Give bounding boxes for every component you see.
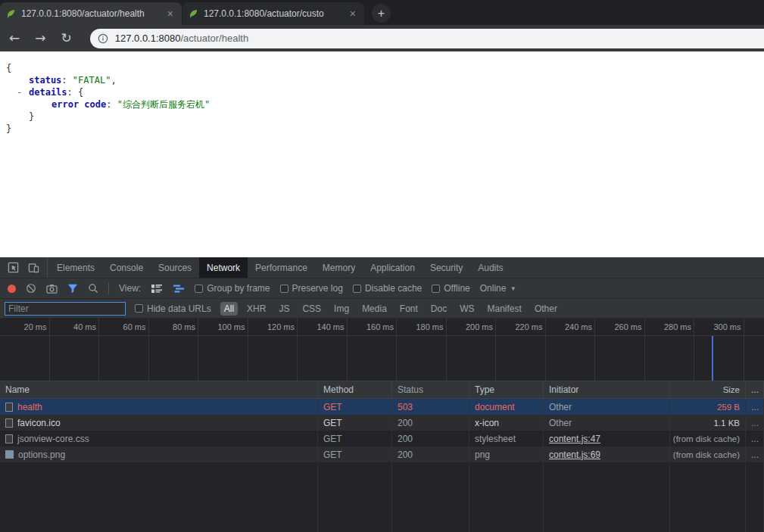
filter-chip-ws[interactable]: WS [456, 302, 478, 316]
hide-data-urls-checkbox[interactable]: Hide data URLs [135, 303, 211, 314]
timeline-label: 40 ms [73, 322, 96, 331]
filler-cell [0, 462, 318, 532]
cell-type: stylesheet [469, 431, 544, 446]
search-icon[interactable] [88, 283, 98, 294]
network-table-filler [0, 462, 764, 532]
checkbox-icon[interactable] [353, 285, 361, 293]
initiator-link[interactable]: content.js:69 [549, 450, 600, 460]
timeline-segment: 220 ms [496, 319, 546, 381]
filter-input[interactable] [5, 302, 126, 316]
timeline-label: 120 ms [267, 322, 295, 331]
cell-type: x-icon [469, 415, 544, 431]
json-line: -details: { [6, 86, 764, 98]
devtools-tab-application[interactable]: Application [363, 257, 423, 278]
network-overview-timeline[interactable]: 20 ms40 ms60 ms80 ms100 ms120 ms140 ms16… [0, 319, 764, 381]
disable-cache-checkbox[interactable]: Disable cache [353, 283, 422, 294]
address-bar[interactable]: 127.0.0.1:8080/actuator/health [90, 29, 764, 48]
group-by-frame-checkbox[interactable]: Group by frame [195, 283, 270, 294]
timeline-segment: 280 ms [645, 319, 695, 381]
column-header-status[interactable]: Status [392, 381, 469, 398]
filter-chip-font[interactable]: Font [396, 302, 422, 316]
devtools-tab-security[interactable]: Security [423, 257, 470, 278]
devtools-tab-sources[interactable]: Sources [151, 257, 199, 278]
table-row[interactable]: options.pngGET200pngcontent.js:69(from d… [0, 446, 764, 462]
filler-cell [544, 462, 670, 532]
browser-tab-health[interactable]: 127.0.0.1:8080/actuator/health × [0, 2, 182, 25]
toolbar-divider [108, 282, 109, 294]
collapse-toggle[interactable]: - [17, 86, 29, 98]
filter-chip-media[interactable]: Media [358, 302, 391, 316]
devtools-panel: ElementsConsoleSourcesNetworkPerformance… [0, 257, 764, 532]
checkbox-icon[interactable] [135, 304, 143, 313]
document-file-icon [5, 403, 13, 412]
checkbox-icon[interactable] [280, 285, 288, 293]
initiator-text: Other [549, 418, 572, 428]
timeline-label: 260 ms [614, 322, 641, 331]
table-row[interactable]: favicon.icoGET200x-iconOther1.1 KB... [0, 415, 764, 431]
url-text: 127.0.0.1:8080/actuator/health [115, 33, 248, 44]
table-row[interactable]: jsonview-core.cssGET200stylesheetcontent… [0, 431, 764, 446]
list-view-icon[interactable] [151, 284, 163, 294]
filter-chip-xhr[interactable]: XHR [243, 302, 270, 316]
filter-chip-js[interactable]: JS [275, 302, 293, 316]
json-key: details [29, 87, 67, 98]
clear-icon[interactable] [26, 283, 36, 294]
filter-chip-css[interactable]: CSS [298, 302, 325, 316]
timeline-label: 280 ms [664, 322, 691, 331]
browser-chrome: 127.0.0.1:8080/actuator/health × 127.0.0… [0, 0, 764, 51]
filter-chip-img[interactable]: Img [330, 302, 353, 316]
json-punct: : [67, 87, 78, 98]
filter-chip-all[interactable]: All [220, 302, 238, 316]
cell-method: GET [318, 399, 392, 415]
timeline-label: 300 ms [713, 322, 741, 331]
checkbox-icon[interactable] [432, 285, 440, 293]
offline-checkbox[interactable]: Offline [432, 283, 469, 294]
filter-chip-doc[interactable]: Doc [427, 302, 451, 316]
forward-button[interactable]: → [35, 32, 45, 45]
devtools-tab-performance[interactable]: Performance [248, 257, 315, 278]
tab-close-icon[interactable]: × [165, 8, 176, 19]
reload-button[interactable]: ↻ [61, 32, 72, 45]
device-toolbar-icon[interactable] [28, 262, 39, 273]
filter-chip-other[interactable]: Other [531, 302, 561, 316]
column-header-waterfall[interactable]: ... [746, 381, 764, 398]
json-key: error code [51, 99, 106, 110]
preserve-log-checkbox[interactable]: Preserve log [280, 283, 343, 294]
record-button[interactable] [8, 285, 16, 293]
timeline-event-marker [712, 336, 713, 381]
table-row[interactable]: healthGET503documentOther259 B... [0, 399, 764, 415]
cell-status: 200 [392, 415, 469, 431]
timeline-segment: 240 ms [546, 319, 596, 381]
tab-close-icon[interactable]: × [348, 8, 358, 19]
devtools-tab-audits[interactable]: Audits [470, 257, 510, 278]
timeline-label: 220 ms [515, 322, 542, 331]
waterfall-overview-icon[interactable] [173, 284, 185, 294]
filter-chip-manifest[interactable]: Manifest [484, 302, 525, 316]
cell-name: options.png [0, 446, 318, 462]
browser-tab-custom[interactable]: 127.0.0.1:8080/actuator/custo × [182, 2, 364, 25]
back-button[interactable]: ← [9, 32, 20, 45]
column-header-initiator[interactable]: Initiator [544, 381, 670, 398]
inspect-element-icon[interactable] [8, 262, 19, 273]
page-content: {status: "FATAL",-details: {error code: … [0, 51, 764, 257]
initiator-link[interactable]: content.js:47 [549, 434, 600, 444]
filter-funnel-icon[interactable] [67, 284, 78, 294]
network-throttling-select[interactable]: Online ▾ [480, 283, 515, 294]
cell-method: GET [318, 431, 392, 446]
devtools-tab-console[interactable]: Console [102, 257, 151, 278]
screenshot-camera-icon[interactable] [46, 284, 58, 294]
info-icon[interactable] [98, 33, 108, 44]
new-tab-button[interactable]: + [372, 4, 391, 23]
initiator-text: Other [549, 402, 572, 412]
timeline-segment: 180 ms [397, 319, 447, 381]
json-viewer: {status: "FATAL",-details: {error code: … [6, 62, 764, 135]
column-header-name[interactable]: Name [0, 381, 318, 398]
checkbox-icon[interactable] [195, 285, 203, 293]
column-header-size[interactable]: Size [670, 381, 746, 398]
column-header-method[interactable]: Method [318, 381, 392, 398]
devtools-tab-network[interactable]: Network [199, 257, 248, 278]
timeline-label: 140 ms [317, 322, 344, 331]
column-header-type[interactable]: Type [469, 381, 544, 398]
devtools-tab-elements[interactable]: Elements [49, 257, 102, 278]
devtools-tab-memory[interactable]: Memory [315, 257, 363, 278]
